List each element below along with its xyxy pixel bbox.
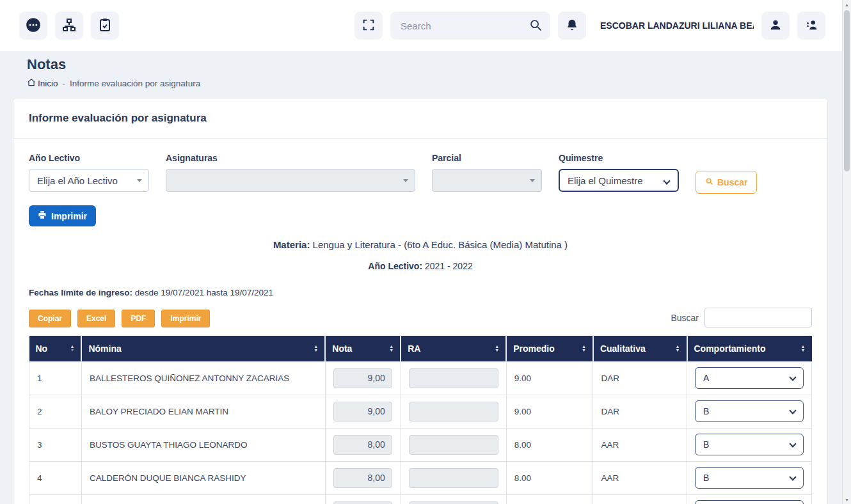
sitemap-button[interactable] (55, 12, 83, 40)
user-name: ESCOBAR LANDAZURI LILIANA BEAT (600, 20, 754, 31)
imprimir-export-button[interactable]: Imprimir (161, 310, 210, 327)
filter-anio-lectivo: Año Lectivo Elija el Año Lectivo (29, 153, 149, 192)
excel-button[interactable]: Excel (77, 310, 115, 327)
chat-circle-button[interactable] (19, 12, 47, 40)
cell-nomina: BALLESTEROS QUIÑONEZ ANTONNY ZACARIAS (81, 361, 325, 395)
search-icon[interactable] (529, 18, 543, 35)
grades-table-body: 1 BALLESTEROS QUIÑONEZ ANTONNY ZACARIAS … (29, 361, 812, 504)
materia-value: Lengua y Literatura - (6to A Educ. Básic… (313, 239, 568, 250)
parcial-label: Parcial (432, 153, 542, 163)
col-header-no[interactable]: No ▲▼ (29, 336, 82, 361)
nota-input[interactable] (333, 435, 392, 455)
cell-no: 2 (29, 395, 82, 428)
col-header-ra[interactable]: RA ▲▼ (401, 336, 506, 361)
cell-nota (325, 395, 401, 428)
cell-ra (401, 461, 506, 494)
pdf-button[interactable]: PDF (122, 310, 155, 327)
comportamiento-select[interactable]: B (695, 467, 804, 489)
filter-quimestre: Quimestre Elija el Quimestre (559, 153, 679, 192)
comportamiento-select[interactable]: A (695, 367, 804, 389)
chevron-down-icon (789, 407, 796, 414)
search-icon (705, 177, 713, 187)
cell-promedio: 8.00 (506, 461, 593, 494)
cell-nomina: CAMPAS GARCIA DAMARIS NOEMI (81, 494, 325, 504)
cell-comportamiento: B (687, 428, 812, 461)
anio-lectivo-label: Año Lectivo (29, 153, 149, 163)
cell-nota (325, 361, 401, 395)
cell-ra (401, 494, 506, 504)
cell-nota (325, 461, 401, 494)
clipboard-check-icon (97, 17, 113, 35)
cell-no: 3 (29, 428, 82, 461)
caret-down-icon (403, 179, 408, 182)
user-icon (768, 18, 783, 34)
navbar-search (390, 12, 550, 40)
filter-parcial: Parcial (432, 153, 542, 192)
asignaturas-select[interactable] (166, 169, 415, 192)
imprimir-button[interactable]: Imprimir (29, 205, 96, 226)
user-menu-button[interactable] (797, 12, 825, 40)
nota-input[interactable] (333, 501, 392, 504)
breadcrumb-home-link[interactable]: Inicio (27, 78, 58, 89)
cell-no: 1 (29, 361, 82, 395)
cell-nomina: CALDERÓN DUQUE BIANCA RASHIDY (81, 461, 325, 494)
asignaturas-label: Asignaturas (166, 153, 415, 163)
nota-input[interactable] (333, 368, 392, 388)
cell-no: 4 (29, 461, 82, 494)
scroll-thumb[interactable] (844, 10, 850, 171)
parcial-select[interactable] (432, 169, 542, 192)
scroll-up-arrow[interactable]: ▲ (843, 0, 851, 9)
ra-input[interactable] (409, 435, 498, 455)
notifications-button[interactable] (558, 12, 586, 40)
materia-label: Materia: (273, 239, 310, 250)
cell-ra (401, 428, 506, 461)
ra-input[interactable] (409, 368, 498, 388)
comportamiento-select[interactable]: B (695, 500, 804, 504)
ra-input[interactable] (409, 468, 498, 488)
sort-icon: ▲▼ (676, 345, 680, 352)
col-header-nota[interactable]: Nota ▲▼ (325, 336, 401, 361)
col-header-comportamiento[interactable]: Comportamiento ▲▼ (687, 336, 812, 361)
materia-line: Materia: Lengua y Literatura - (6to A Ed… (29, 239, 812, 250)
search-input[interactable] (390, 12, 550, 40)
chevron-down-icon (663, 177, 670, 184)
cell-comportamiento: B (687, 461, 812, 494)
col-header-nomina[interactable]: Nómina ▲▼ (81, 336, 325, 361)
profile-button[interactable] (761, 12, 790, 40)
col-header-cualitativa[interactable]: Cualitativa ▲▼ (593, 336, 687, 361)
scroll-down-arrow[interactable]: ▼ (843, 495, 851, 504)
card-body: Año Lectivo Elija el Año Lectivo Asignat… (13, 139, 827, 504)
clipboard-check-button[interactable] (91, 12, 119, 40)
cell-comportamiento: B (687, 395, 812, 428)
anio-lectivo-select[interactable]: Elija el Año Lectivo (29, 169, 149, 192)
cell-ra (401, 361, 506, 395)
nota-input[interactable] (333, 468, 392, 488)
user-menu-icon (804, 18, 818, 34)
sort-icon: ▲▼ (389, 345, 394, 352)
card-title: Informe evaluación por asignatura (13, 98, 827, 139)
comportamiento-select[interactable]: B (695, 434, 804, 455)
table-row: 3 BUSTOS GUAYTA THIAGO LEONARDO 8.00 AAR… (29, 428, 812, 461)
copiar-button[interactable]: Copiar (29, 310, 71, 327)
ra-input[interactable] (409, 402, 498, 421)
quimestre-select[interactable]: Elija el Quimestre (559, 169, 679, 192)
nota-input[interactable] (333, 402, 392, 421)
fechas-limite-line: Fechas límite de ingreso: desde 19/07/20… (29, 288, 812, 297)
user-name-chip[interactable]: ESCOBAR LANDAZURI LILIANA BEAT (594, 12, 754, 40)
cell-nota (325, 494, 401, 504)
cell-cualitativa: DAR (593, 395, 687, 428)
buscar-button[interactable]: Buscar (696, 171, 757, 194)
col-header-promedio[interactable]: Promedio ▲▼ (506, 336, 593, 361)
table-toolbar: Copiar Excel PDF Imprimir Buscar (29, 308, 812, 327)
cell-promedio: 9.00 (506, 395, 593, 428)
cell-cualitativa: AAR (593, 461, 687, 494)
vertical-scrollbar[interactable]: ▲ ▼ (842, 0, 851, 504)
table-search-label: Buscar (671, 313, 699, 323)
ra-input[interactable] (409, 501, 498, 504)
cell-comportamiento: B (687, 494, 812, 504)
caret-down-icon (137, 179, 142, 182)
fullscreen-button[interactable] (354, 12, 383, 40)
table-search-input[interactable] (704, 308, 812, 327)
comportamiento-select[interactable]: B (695, 400, 804, 422)
bell-icon (565, 18, 579, 34)
